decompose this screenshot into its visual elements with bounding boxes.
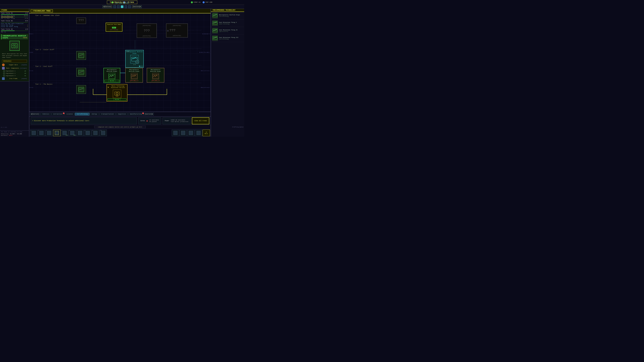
card-t3-small[interactable] [76,51,86,60]
tech-icon-box [10,41,20,51]
copper-wire-icon [2,63,5,66]
more-button[interactable]: +5 More [202,130,210,136]
craft-slot-1[interactable] [172,130,179,136]
card-t4-mystery[interactable]: ??? [76,17,86,24]
tab-transportation[interactable]: transportation [99,113,116,115]
hardness-row: Hardness: Hard [1,135,28,136]
craft-slot-2[interactable] [180,130,187,136]
slot-icon-5 [62,131,66,135]
card-t2-neuro-online[interactable]: Neuroplastic Biofilm Chips [ ONLINE ] [104,68,120,83]
tree-area[interactable]: TANGO TANGO Tier 4 - UNKNOWN COOL STUFF … [29,13,211,112]
card-t1-small[interactable] [76,85,86,94]
card-t1-milestone-title: Basic Technology Milestone Version [110,85,126,89]
tab-logistics[interactable]: logistics [116,113,128,115]
task-progress-1: 1/2 [25,12,28,14]
card-t1-milestone-status: [ ONLINE ] [108,98,126,100]
hotbar-slot-2[interactable]: 2 [38,130,45,136]
card-t4-restricted-1[interactable]: [RESTRICTED] ??? [RESTRICTED] [137,23,157,38]
slot-num-5: 5 [62,130,62,131]
slot-icon-7 [78,131,82,135]
hotbar-slot-1[interactable]: 1 [30,130,38,136]
tab-extraction[interactable]: extraction [52,113,64,115]
tab-robotics[interactable]: robotics [40,113,51,115]
hotbar-slot-7[interactable]: 7 [76,130,84,136]
craft-slot-3[interactable] [187,130,194,136]
ingredient-1-name: Ingredient 1 [6,70,16,72]
nav-btn-3[interactable] [121,5,124,8]
task-fill-1b [1,17,13,17]
ingredient-2-name: Ingredient 2 [6,72,16,74]
rec-item-4[interactable]: Cool Milestone Thing III [terraforming] [211,34,244,42]
tab-right-arrow[interactable]: [button]► [144,113,154,115]
hotbar-slot-3[interactable]: 3 [46,130,53,136]
iron-frame-expand[interactable]: [expand] [21,78,27,79]
card-t2-offline2-title: Neuroplastic Biofilm Chips [148,69,163,72]
nav-btn-4[interactable] [124,5,127,8]
card-t2-neuro-offline-2[interactable]: Neuroplastic Biofilm Chips [OFFLINE]●3 [147,68,164,83]
unlock-iron-frame[interactable]: Iron Frame [expand] [1,77,28,80]
svg-point-35 [116,92,118,94]
journal-hint: Pin Tasks in [Journal] to view [1,131,28,133]
hotbar-slot-8[interactable]: 8 [84,130,92,136]
rec-info-3: Cool Milestone Thing II [agriculture] [219,29,238,32]
card-t2-icon [78,69,84,75]
unlock-copper-wire[interactable]: Copper Wire [expand] [1,63,28,66]
tier3-right-label: UNIFORM [206,52,210,53]
tab-manufacturing[interactable]: manufacturing [128,113,144,115]
cores-icon: ◈ [146,119,148,122]
hotbar-slot-4[interactable]: 4 [53,130,60,136]
slot-icon-6 [70,131,74,135]
nav-btn-2[interactable] [117,5,120,8]
cores-available-label: available [152,119,159,121]
version-label: v0.1.015 [1,126,7,128]
slot-icon-4 [55,131,59,135]
ingredient-1-qty: x2 [24,70,26,72]
tech-description: Short description for this tech that pro… [1,52,28,59]
nav-right-button[interactable]: [button]► [132,5,142,8]
card-t3-neuro[interactable]: scan Neuroplastic Biofilm Chips ⟳ 2/4 [125,50,144,68]
hotbar-slot-10[interactable]: 10 [100,130,107,136]
slot-num-4: 4 [54,130,54,131]
task-sub-2b: Click One Thing ↗ [1,24,28,26]
hotbar-slot-6[interactable]: 6 x99 [68,130,76,136]
task-item-1: Task Title 01 1/2 Mat to Make Thing25/25… [0,12,29,19]
tier1-left-label: VICTOR [30,87,33,88]
craft-slot-4[interactable] [195,130,202,136]
hotbar-slot-5[interactable]: 5 x24 [61,130,68,136]
slot-icon-1 [32,131,36,135]
copper-wire-expand[interactable]: [expand] [21,64,27,65]
card-t3-icon [78,52,84,58]
slot-num-7: 7 [77,130,78,131]
card-t2-offline2-status: [OFFLINE]●3 [148,80,163,82]
nav-left-button[interactable]: ◄[button] [102,5,112,8]
tab-science[interactable]: science [64,113,75,115]
craft-icon-4 [196,131,200,135]
tier2-right-label: VICTOR [206,70,210,71]
card-t4-restricted-2[interactable]: [RESTRICTED] 🖼 ??? [RESTRICTED] [166,23,188,37]
card-t4-rumored[interactable]: Rumored Tech Name new! [DATA MISSING] [106,23,122,32]
card-t1-milestone[interactable]: ★ Basic Technology Milestone Version [ O… [106,84,128,102]
more-plus: +5 [206,131,207,133]
right-panel: >RECOMMENDED TECHNOLOGY Neuroplastic Bio… [211,9,244,137]
view-all-trees-button[interactable]: view all trees [192,117,209,124]
tab-energy[interactable]: energy [90,113,99,115]
card-t2-small[interactable] [76,68,86,77]
tab-left-arrow[interactable]: ◄[button] [30,113,40,115]
tree-header-bar: >TECHNOLOGY TREE [29,9,211,13]
card-t2-neuro-offline-1[interactable]: Neuroplastic Biofilm Chips [OFFLINE]●3 [125,68,143,83]
nav-btn-5[interactable] [128,5,131,8]
card-t2-online-title: Neuroplastic Biofilm Chips [104,69,119,72]
tier3-label: Tier 3 - Cooler Stuff [35,49,54,51]
rec-item-3[interactable]: Cool Milestone Thing II [agriculture] [211,27,244,34]
nav-btn-1[interactable] [113,5,116,8]
rec-item-1[interactable]: Neuroplastic Biofilm Chips [terraforming… [211,12,244,19]
tier4-right-label: TANGO [206,33,210,35]
card-t4-rumored-title: Rumored Tech Name [107,24,122,25]
resource-icon-4 [202,1,204,3]
star-icon: ★ [108,86,109,88]
unlock-mech-components[interactable]: Mech. Components [collapse] [1,66,28,70]
tab-terraforming[interactable]: terraforming [75,113,90,115]
hotbar-slot-9[interactable]: 9 [92,130,99,136]
rec-item-2[interactable]: Cool Milestone Thing I [base building] [211,19,244,27]
mech-expand[interactable]: [collapse] [20,67,27,69]
